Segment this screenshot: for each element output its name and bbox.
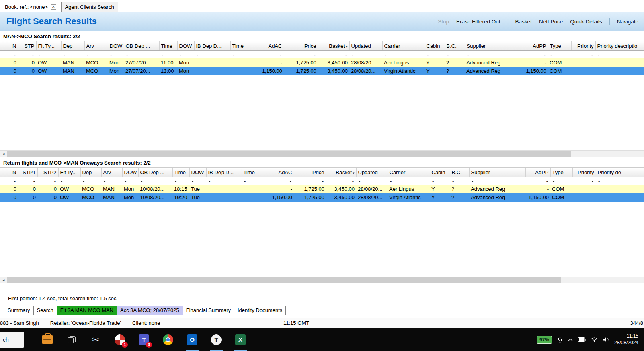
column-header-ib-dep-d[interactable]: IB Dep D... — [194, 41, 230, 51]
filter-cell[interactable]: - — [349, 51, 382, 59]
filter-cell[interactable]: - — [242, 177, 260, 185]
filter-cell[interactable]: - — [101, 177, 122, 185]
filter-cell[interactable]: - — [124, 51, 159, 59]
navigate-button[interactable]: Navigate — [617, 19, 638, 25]
window-tab-agent-clients-search[interactable]: Agent Clients Search — [61, 2, 118, 12]
tray-expand-icon[interactable] — [568, 338, 573, 341]
column-header-stp1[interactable]: STP1 — [18, 168, 37, 177]
outlook-icon[interactable]: O — [183, 328, 201, 351]
filter-cell[interactable]: - — [108, 51, 124, 59]
wifi-icon[interactable] — [591, 337, 598, 342]
tab-financial-summary[interactable]: Financial Summary — [183, 306, 234, 315]
filter-cell[interactable]: - — [382, 51, 425, 59]
chrome-icon[interactable] — [159, 328, 177, 351]
column-header-updated[interactable]: Updated — [349, 41, 382, 51]
filter-cell[interactable]: - — [572, 177, 596, 185]
scrollbar-track[interactable] — [7, 277, 644, 283]
horizontal-scrollbar[interactable]: ◄ — [0, 277, 644, 283]
filter-cell[interactable]: - — [318, 51, 349, 59]
taskbar-clock[interactable]: 11:15 28/08/2024 — [614, 333, 638, 346]
filter-cell[interactable]: - — [523, 51, 548, 59]
column-header-priority[interactable]: Priority — [571, 41, 595, 51]
column-header-type[interactable]: Type — [550, 168, 572, 177]
teams-icon[interactable]: T3 — [135, 328, 153, 351]
filter-cell[interactable]: - — [294, 177, 326, 185]
filter-cell[interactable]: - — [80, 177, 101, 185]
filter-cell[interactable]: - — [450, 177, 469, 185]
column-header-stp[interactable]: STP — [18, 41, 36, 51]
erase-filtered-out-button[interactable]: Erase Filtered Out — [456, 19, 500, 25]
column-header-updated[interactable]: Updated — [356, 168, 388, 177]
column-header-dep[interactable]: Dep — [61, 41, 84, 51]
window-tab-book-ref-none[interactable]: Book. ref.: <none>✕ — [1, 2, 60, 12]
filter-cell[interactable]: - — [18, 51, 36, 59]
filter-cell[interactable]: - — [37, 177, 58, 185]
filter-cell[interactable]: - — [194, 51, 230, 59]
filter-cell[interactable]: - — [0, 51, 18, 59]
column-header-arv[interactable]: Arv — [84, 41, 108, 51]
tab-identity-documents[interactable]: Identity Documents — [234, 306, 286, 315]
battery-percent-indicator[interactable]: 97% — [537, 336, 552, 344]
filter-cell[interactable]: - — [206, 177, 242, 185]
column-header-time[interactable]: Time — [230, 41, 250, 51]
filter-cell[interactable]: - — [284, 51, 318, 59]
column-header-carrier[interactable]: Carrier — [388, 168, 430, 177]
scroll-left-button[interactable]: ◄ — [0, 277, 7, 283]
battery-icon[interactable] — [578, 337, 586, 342]
filter-cell[interactable]: - — [159, 51, 177, 59]
result-row[interactable]: 00OWMANMCOMon27/07/20...11:00Mon-1,725.0… — [0, 58, 644, 67]
filter-cell[interactable]: - — [525, 177, 550, 185]
column-header-supplier[interactable]: Supplier — [469, 168, 525, 177]
filter-cell[interactable]: - — [58, 177, 80, 185]
snipping-tool-icon[interactable]: ✂ — [86, 328, 105, 351]
column-header-time[interactable]: Time — [172, 168, 189, 177]
column-header-time[interactable]: Time — [159, 41, 177, 51]
filter-cell[interactable]: - — [465, 51, 523, 59]
excel-icon[interactable]: X — [231, 328, 250, 351]
filter-cell[interactable]: - — [0, 177, 18, 185]
column-header-price[interactable]: Price — [294, 168, 326, 177]
tab-search[interactable]: Search — [33, 306, 57, 315]
column-header-ob-dep[interactable]: OB Dep ... — [124, 41, 159, 51]
horizontal-scrollbar[interactable]: ◄ — [0, 150, 644, 157]
nett-price-button[interactable]: Nett Price — [539, 19, 563, 25]
column-header-priority-descriptio[interactable]: Priority descriptio — [595, 41, 644, 51]
usb-icon[interactable] — [557, 336, 563, 343]
filter-cell[interactable]: - — [430, 177, 450, 185]
filter-cell[interactable]: - — [388, 177, 430, 185]
result-row[interactable]: 000OWMCOMANMon10/08/20...19:20Tue1,150.0… — [0, 193, 644, 202]
column-header-stp2[interactable]: STP2 — [37, 168, 58, 177]
column-header-adpp[interactable]: AdPP — [523, 41, 548, 51]
column-header-basket[interactable]: Basket▾ — [326, 168, 356, 177]
filter-cell[interactable]: - — [230, 51, 250, 59]
tab-summary[interactable]: Summary — [4, 306, 34, 315]
filter-cell[interactable]: - — [260, 177, 294, 185]
column-header-price[interactable]: Price — [284, 41, 318, 51]
column-header-dow[interactable]: DOW — [122, 168, 138, 177]
pinned-app-icon[interactable] — [38, 328, 57, 351]
filter-cell[interactable]: - — [61, 51, 84, 59]
column-header-n[interactable]: N — [0, 41, 18, 51]
filter-cell[interactable]: - — [84, 51, 108, 59]
task-view-icon[interactable] — [62, 328, 81, 351]
column-header-b-c[interactable]: B.C. — [445, 41, 465, 51]
column-header-dep[interactable]: Dep — [80, 168, 101, 177]
filter-cell[interactable]: - — [550, 177, 572, 185]
filter-cell[interactable]: - — [189, 177, 206, 185]
column-header-adac[interactable]: AdAC — [250, 41, 284, 51]
column-header-time[interactable]: Time — [242, 168, 260, 177]
t-app-icon[interactable]: T — [207, 328, 226, 351]
column-header-dow[interactable]: DOW — [108, 41, 124, 51]
column-header-carrier[interactable]: Carrier — [382, 41, 425, 51]
filter-cell[interactable]: - — [571, 51, 595, 59]
browser-icon[interactable]: 1 — [111, 328, 129, 351]
tab-acc-3a-mco-28-07-2025[interactable]: Acc 3A MCO; 28/07/2025 — [117, 306, 183, 315]
filter-cell[interactable]: - — [445, 51, 465, 59]
result-row[interactable]: 000OWMCOMANMon10/08/20...18:15Tue-1,725.… — [0, 185, 644, 193]
column-header-flt-ty[interactable]: Flt Ty... — [36, 41, 61, 51]
filter-cell[interactable]: - — [36, 51, 61, 59]
column-header-n[interactable]: N — [0, 168, 18, 177]
close-tab-icon[interactable]: ✕ — [51, 4, 56, 10]
basket-button[interactable]: Basket — [515, 19, 532, 25]
tab-flt-3a-man-mco-man[interactable]: Flt 3A MAN MCO MAN — [57, 306, 117, 315]
